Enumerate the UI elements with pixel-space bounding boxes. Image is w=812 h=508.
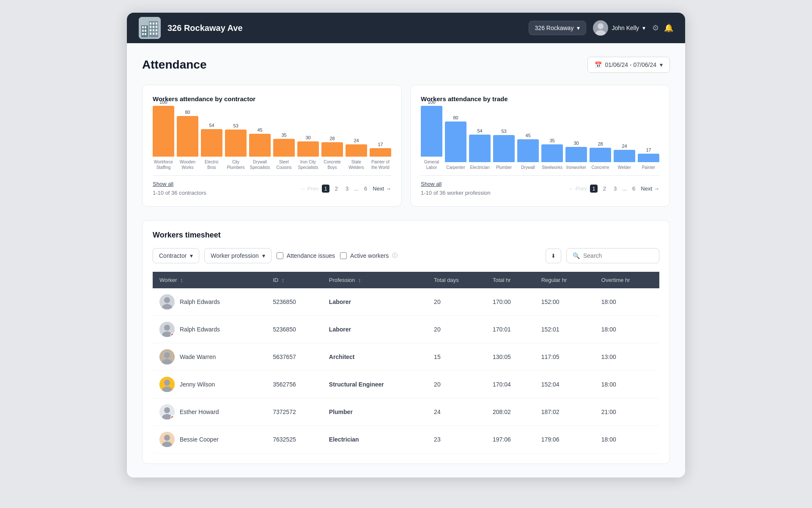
col-profession[interactable]: Profession ↕	[322, 272, 427, 288]
worker-total-hr: 208:02	[486, 398, 535, 426]
worker-overtime-hr: 13:00	[595, 343, 659, 371]
contractor-next-button[interactable]: Next →	[373, 185, 391, 192]
bar-value: 100	[428, 99, 435, 105]
worker-id: 5236850	[266, 288, 322, 316]
contractor-filter-button[interactable]: Contractor ▾	[153, 248, 199, 263]
sort-icon: ↕	[180, 277, 183, 283]
worker-profession-filter-button[interactable]: Worker profession ▾	[204, 248, 271, 263]
worker-regular-hr: 117:05	[535, 343, 595, 371]
bar-value: 17	[378, 142, 383, 147]
worker-total-days: 20	[427, 371, 486, 398]
chevron-down-icon: ▾	[660, 61, 663, 68]
contractor-page-2[interactable]: 2	[333, 185, 340, 193]
worker-id: 5236850	[266, 316, 322, 343]
worker-total-hr: 170:00	[486, 288, 535, 316]
active-workers-checkbox[interactable]	[340, 252, 347, 259]
contractor-prev-button[interactable]: ← Prev	[300, 185, 319, 192]
contractor-chart-footer: Show all 1-10 of 36 contractors ← Prev 1…	[153, 175, 391, 196]
bar-value: 53	[233, 123, 238, 128]
table-row[interactable]: Esther Howard 7372572 Plumber 24 208:02 …	[153, 398, 659, 426]
bar	[517, 139, 539, 162]
bar	[297, 141, 319, 157]
trade-show-all[interactable]: Show all	[421, 181, 491, 187]
bar	[321, 142, 343, 157]
svg-point-28	[164, 325, 170, 331]
search-box: 🔍	[566, 248, 659, 263]
col-id[interactable]: ID ↕	[266, 272, 322, 288]
table-row[interactable]: Ralph Edwards 5236850 Laborer 20 170:00 …	[153, 288, 659, 316]
bar-group: 30 Ironworker	[565, 141, 587, 170]
bar	[421, 106, 442, 157]
download-button[interactable]: ⬇	[546, 248, 561, 263]
trade-chart-card: Workers attendance by trade 100 General …	[410, 85, 670, 207]
attendance-issues-checkbox[interactable]	[277, 252, 283, 259]
table-row[interactable]: Jenny Wilson 3562756 Structural Engineer…	[153, 371, 659, 398]
user-menu[interactable]: John Kelly ▾	[593, 20, 645, 36]
worker-total-hr: 170:01	[486, 316, 535, 343]
worker-total-hr: 197:06	[486, 426, 535, 453]
site-selector[interactable]: 326 Rockaway ▾	[529, 21, 587, 35]
trade-page-6[interactable]: 6	[630, 185, 637, 193]
table-row[interactable]: Ralph Edwards 5236850 Laborer 20 170:01 …	[153, 316, 659, 343]
header-title: 326 Rockaway Ave	[167, 23, 243, 33]
worker-total-days: 20	[427, 288, 486, 316]
contractor-bar-chart: 100 Workforce Staffing 80 Wooden Works 5…	[153, 111, 391, 170]
bar	[541, 144, 563, 162]
trade-next-button[interactable]: Next →	[641, 185, 659, 192]
col-worker[interactable]: Worker ↕	[153, 272, 266, 288]
avatar	[159, 294, 175, 309]
bar-group: 45 Drywall Specialists	[249, 127, 271, 170]
trade-page-3[interactable]: 3	[612, 185, 619, 193]
alert-dot	[170, 415, 175, 420]
avatar	[159, 377, 175, 392]
worker-total-days: 15	[427, 343, 486, 371]
contractor-page-1[interactable]: 1	[322, 185, 329, 193]
table-row[interactable]: Wade Warren 5637657 Architect 15 130:05 …	[153, 343, 659, 371]
trade-page-1[interactable]: 1	[590, 185, 597, 193]
bar-value: 35	[281, 133, 286, 138]
bell-icon[interactable]: 🔔	[664, 23, 673, 33]
site-logo	[139, 17, 161, 39]
bar-value: 35	[549, 138, 554, 143]
bar-group: 28 Concrete Boys	[321, 136, 343, 170]
trade-pagination: ← Prev 1 2 3 ... 6 Next →	[568, 185, 659, 193]
bar	[201, 129, 222, 157]
settings-icon[interactable]: ⚙	[652, 23, 659, 33]
date-range-button[interactable]: 📅 01/06/24 - 07/06/24 ▾	[587, 57, 670, 73]
contractor-show-all[interactable]: Show all	[153, 181, 206, 187]
bar-label: Wooden Works	[177, 159, 198, 170]
contractor-pagination: ← Prev 1 2 3 ... 6 Next →	[300, 185, 391, 193]
svg-rect-9	[150, 22, 151, 25]
svg-rect-19	[153, 33, 154, 35]
svg-point-31	[164, 352, 170, 358]
svg-rect-2	[142, 26, 144, 28]
worker-id: 7632525	[266, 426, 322, 453]
contractor-page-3[interactable]: 3	[343, 185, 351, 193]
active-workers-filter[interactable]: Active workers ⓘ	[340, 252, 398, 260]
trade-page-2[interactable]: 2	[601, 185, 608, 193]
avatar	[159, 322, 175, 337]
svg-rect-13	[153, 26, 154, 28]
bar-label: Plumber	[496, 165, 512, 170]
worker-cell: Ralph Edwards	[159, 322, 259, 337]
timesheet-table: Worker ↕ ID ↕ Profession ↕ Total days To…	[153, 272, 659, 453]
bar-label: Drywall	[521, 165, 535, 170]
svg-rect-6	[142, 33, 144, 35]
bar-value: 100	[159, 99, 167, 105]
svg-rect-16	[153, 29, 154, 31]
worker-cell: Wade Warren	[159, 349, 259, 364]
bar-group: 30 Iron City Specialists	[297, 135, 319, 170]
bar-group: 100 Workforce Staffing	[153, 99, 174, 170]
contractor-chart-title: Workers attendance by contractor	[153, 95, 391, 102]
trade-prev-button[interactable]: ← Prev	[568, 185, 587, 192]
search-input[interactable]	[583, 252, 653, 259]
col-regular-hr: Regular hr	[535, 272, 595, 288]
bar-value: 80	[185, 110, 190, 115]
table-row[interactable]: Bessie Cooper 7632525 Electrician 23 197…	[153, 426, 659, 453]
chevron-down-icon: ▾	[577, 25, 580, 31]
worker-overtime-hr: 18:00	[595, 371, 659, 398]
bar-value: 17	[646, 147, 651, 152]
bar-group: 28 Concrете	[590, 141, 611, 170]
contractor-page-6[interactable]: 6	[362, 185, 369, 193]
attendance-issues-filter[interactable]: Attendance issues	[277, 252, 335, 259]
